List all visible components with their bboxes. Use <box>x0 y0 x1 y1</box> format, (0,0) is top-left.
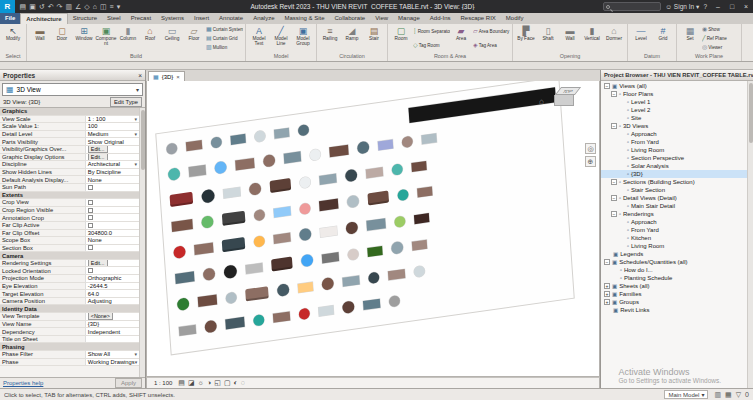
furniture-item[interactable] <box>309 148 321 161</box>
property-value-default-analysis-display[interactable]: None <box>85 176 139 183</box>
furniture-item[interactable] <box>421 133 436 144</box>
button-rendering-settings[interactable]: Edit... <box>88 260 108 267</box>
property-value-phase-filter[interactable]: Show All▾ <box>85 351 139 358</box>
tree-item-schedules-quantities-all[interactable]: −▣Schedules/Quantities (all) <box>601 258 747 266</box>
furniture-item[interactable] <box>198 294 218 307</box>
design-option-select[interactable]: Main Model ▾ <box>664 390 708 399</box>
furniture-item[interactable] <box>298 307 310 320</box>
ribbon-tab-rescape-rix[interactable]: Rescape RIX <box>455 13 500 24</box>
furniture-item[interactable] <box>179 324 196 335</box>
ribbon-button-ref-plane[interactable]: ╱Ref Plane <box>702 35 739 43</box>
save-icon[interactable]: ▣ <box>29 3 36 11</box>
checkbox-crop-view[interactable] <box>88 200 93 205</box>
ribbon-button-curtain-grid[interactable]: ▤Curtain Grid <box>206 35 243 43</box>
tree-item-main-stair-detail[interactable]: ▫Main Stair Detail <box>601 202 747 210</box>
tree-item-renderings[interactable]: −▫Renderings <box>601 210 747 218</box>
furniture-item[interactable] <box>397 188 409 201</box>
tree-item-how-do-i[interactable]: ▫How do I... <box>601 266 747 274</box>
furniture-item[interactable] <box>378 139 393 150</box>
undo-icon[interactable]: ↶ <box>48 3 54 11</box>
expander-sheets-all[interactable]: + <box>604 283 610 289</box>
selection-count[interactable]: 0 <box>745 391 749 398</box>
ribbon-tab-steel[interactable]: Steel <box>102 13 126 24</box>
furniture-item[interactable] <box>301 254 314 268</box>
ribbon-button-area-boundary[interactable]: ▱Area Boundary <box>473 28 510 36</box>
furniture-item[interactable] <box>388 268 405 279</box>
property-value-view-name[interactable]: {3D} <box>85 321 139 328</box>
ribbon-button-grid[interactable]: #Grid <box>652 25 674 52</box>
property-value-camera-position[interactable]: Adjusting <box>85 298 139 305</box>
tree-item-living-room[interactable]: ▫Living Room <box>601 242 747 250</box>
temporary-hide-icon[interactable]: ◐ <box>234 379 238 387</box>
furniture-item[interactable] <box>320 226 337 237</box>
furniture-item[interactable] <box>177 297 190 311</box>
edit-type-button[interactable]: Edit Type <box>110 97 142 107</box>
ribbon-button-ceiling[interactable]: ▭Ceiling <box>161 25 183 52</box>
furniture-item[interactable] <box>417 186 432 197</box>
ribbon-tab-collaborate[interactable]: Collaborate <box>330 13 371 24</box>
ribbon-button-room[interactable]: ▢Room <box>390 25 412 52</box>
sync-icon[interactable]: ↺ <box>39 3 45 11</box>
ribbon-button-curtain-system[interactable]: ▦Curtain System <box>206 26 243 34</box>
home-icon[interactable]: ⌂ <box>539 97 544 106</box>
viewcube-front-face[interactable] <box>554 95 574 106</box>
furniture-item[interactable] <box>225 317 245 330</box>
viewcube[interactable]: ⌂ TOP <box>551 87 581 106</box>
minimize-icon[interactable]: – <box>711 3 725 10</box>
viewcube-top-face[interactable]: TOP <box>555 87 581 95</box>
close-icon[interactable]: × <box>739 3 753 10</box>
tree-item-groups[interactable]: +▣Groups <box>601 298 747 306</box>
ribbon-button-model-line[interactable]: ╱Model Line <box>270 25 292 52</box>
furniture-item[interactable] <box>366 218 386 231</box>
tree-item-approach[interactable]: ▫Approach <box>601 130 747 138</box>
revit-logo-icon[interactable]: R <box>0 0 15 13</box>
furniture-item[interactable] <box>367 191 389 206</box>
furniture-item[interactable] <box>367 245 382 256</box>
property-value-target-elevation[interactable]: 64.0 <box>85 290 139 297</box>
furniture-item[interactable] <box>214 161 227 175</box>
sun-path-icon[interactable]: ☼ <box>198 379 204 387</box>
ribbon-button-door[interactable]: ◻Door <box>51 25 73 52</box>
furniture-item[interactable] <box>347 248 359 261</box>
button-view-template[interactable]: <None> <box>88 313 113 320</box>
ribbon-button-model-text[interactable]: AModel Text <box>248 25 270 52</box>
furniture-item[interactable] <box>263 154 276 168</box>
default-3d-view-icon[interactable]: ⌂ <box>93 3 97 10</box>
checkbox-crop-region-visible[interactable] <box>88 208 93 213</box>
furniture-item[interactable] <box>253 235 265 248</box>
ribbon-button-room-separator[interactable]: ┆Room Separator <box>413 28 450 36</box>
zoom-icon[interactable]: ⊕ <box>585 156 596 167</box>
ribbon-tab-analyze[interactable]: Analyze <box>248 13 279 24</box>
view-tab-3d[interactable]: ▦ {3D} × <box>148 71 185 81</box>
furniture-item[interactable] <box>414 265 426 278</box>
properties-help-link[interactable]: Properties help <box>3 380 43 386</box>
ribbon-button-level[interactable]: ―Level <box>630 25 652 52</box>
checkbox-far-clip-active[interactable] <box>88 223 93 228</box>
expander-sections-building-section[interactable]: − <box>611 179 617 185</box>
furniture-item[interactable] <box>245 262 262 273</box>
furniture-item[interactable] <box>299 176 311 189</box>
property-value-view-scale[interactable]: 1 : 100▾ <box>85 116 139 123</box>
furniture-item[interactable] <box>298 123 310 136</box>
tree-item-approach[interactable]: ▫Approach <box>601 218 747 226</box>
ribbon-button-ramp[interactable]: ◢Ramp <box>341 25 363 52</box>
crop-view-icon[interactable]: ◱ <box>214 379 221 387</box>
ribbon-button-component[interactable]: ▣Component <box>95 25 117 52</box>
furniture-item[interactable] <box>225 291 237 304</box>
close-icon[interactable]: × <box>138 72 142 79</box>
checkbox-annotation-crop[interactable] <box>88 215 93 220</box>
tree-item-detail-views-detail[interactable]: −▫Detail Views (Detail) <box>601 194 747 202</box>
property-value-far-clip-offset[interactable]: 304800.0 <box>85 230 139 237</box>
tree-item-families[interactable]: +▣Families <box>601 290 747 298</box>
furniture-item[interactable] <box>254 130 266 143</box>
ribbon-tab-manage[interactable]: Manage <box>393 13 425 24</box>
ribbon-button-show[interactable]: ◉Show <box>702 26 739 34</box>
ribbon-button-roof[interactable]: ⌂Roof <box>139 25 161 52</box>
ribbon-button-dormer[interactable]: ⌂Dormer <box>603 25 625 52</box>
furniture-item[interactable] <box>368 271 380 284</box>
checkbox-sun-path[interactable] <box>88 185 93 190</box>
view-scale-button[interactable]: 1 : 100 <box>151 379 175 387</box>
property-value-projection-mode[interactable]: Orthographic <box>85 275 139 282</box>
furniture-item[interactable] <box>235 158 255 171</box>
steering-wheel-icon[interactable]: ◎ <box>585 143 596 154</box>
